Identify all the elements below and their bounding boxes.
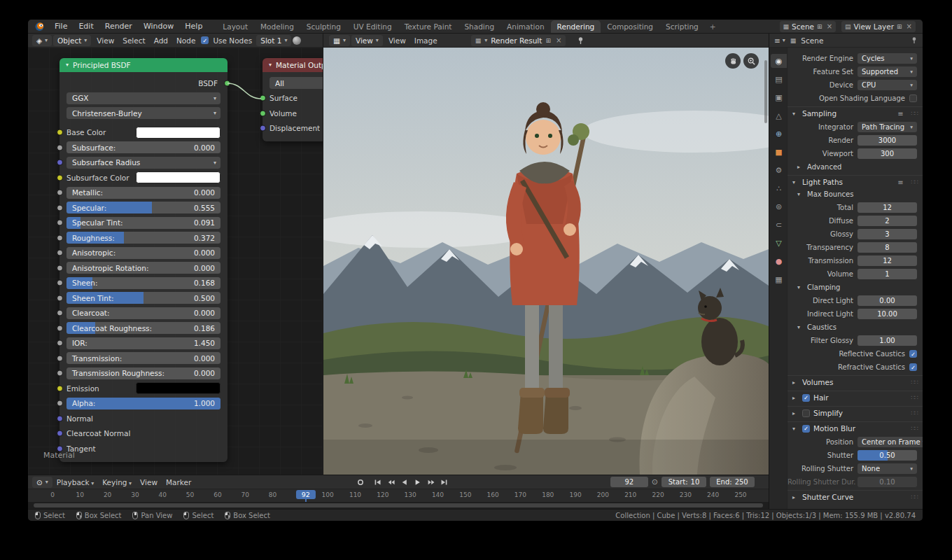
properties-tab-constraints[interactable]: ⊂ [771,218,787,232]
tab-uv-editing[interactable]: UV Editing [347,20,398,33]
input-socket-sheen-tint[interactable] [57,295,63,301]
checkbox-hair[interactable]: ✓ [802,394,810,402]
field-transmission[interactable]: 12 [858,255,917,266]
timeline-ruler[interactable]: 0102030405060708090100110120130140150160… [28,489,769,502]
properties-tab-object-data[interactable]: ▽ [771,236,787,250]
new-scene-icon[interactable]: ⊞ [817,23,822,30]
shader-menu-add[interactable]: Add [150,36,172,45]
browse-image-icon[interactable]: ▦ [475,37,482,44]
input-socket-clearcoat-normal[interactable] [57,430,63,437]
node-slider-sheen[interactable]: Sheen:0.168 [66,277,220,289]
menu-file[interactable]: File [49,20,73,34]
presets-icon[interactable]: ≡ [897,110,903,118]
image-editor-type-button[interactable]: ▦▾ [329,35,350,46]
presets-icon[interactable]: ≡ [897,178,903,186]
next-keyframe-button[interactable] [425,477,437,487]
input-socket-metallic[interactable] [57,190,63,196]
checkbox-refractive-caustics[interactable]: ✓ [909,363,917,371]
end-frame-field[interactable]: End:250 [710,477,755,487]
current-frame-field[interactable]: 92 [610,477,648,487]
field-viewport[interactable]: 300 [858,148,917,159]
input-socket-volume[interactable] [260,110,266,116]
shader-menu-view[interactable]: View [92,36,118,45]
input-socket-roughness[interactable] [57,234,63,241]
color-swatch-emission[interactable] [136,382,220,394]
dropdown-rolling-shutter[interactable]: None▾ [858,463,917,474]
use-nodes-checkbox[interactable]: ✓ [201,36,209,44]
field-rolling-shutter-dur[interactable]: 0.10 [858,477,917,487]
panel-shutter-curve[interactable]: ▸Shutter Curve∷∷ [788,490,923,503]
input-socket-subsurface-color[interactable] [57,174,63,181]
input-socket-normal[interactable] [57,415,63,421]
panel-hair[interactable]: ▸✓Hair∷∷ [788,391,923,404]
tab-rendering[interactable]: Rendering [551,20,601,33]
collapse-icon[interactable]: ▾ [269,58,272,72]
panel-volumes[interactable]: ▸Volumes∷∷ [788,375,923,388]
dropdown-position[interactable]: Center on Frame▾ [858,437,923,447]
tab-layout[interactable]: Layout [216,20,254,33]
node-slider-anisotropic[interactable]: Anisotropic:0.000 [66,247,220,259]
field-filter-glossy[interactable]: 1.00 [858,335,917,346]
input-socket-anisotropic-rotation[interactable] [57,265,63,271]
menu-render[interactable]: Render [99,20,138,34]
input-socket-subsurface[interactable] [57,144,63,150]
panel-sampling[interactable]: ▾Sampling≡∷∷ [788,106,923,120]
input-socket-subsurface-radius[interactable] [57,160,63,166]
material-output-node[interactable]: ▾ Material Output All ▾ SurfaceVolumeDis… [262,58,323,141]
node-slider-specular[interactable]: Specular:0.555 [66,202,220,214]
subpanel-max-bounces[interactable]: ▾Max Bounces [788,188,923,200]
properties-tab-physics[interactable]: ⊚ [771,200,787,214]
subpanel-caustics[interactable]: ▾Caustics [788,321,923,333]
timeline-scrollbar[interactable] [28,502,769,509]
field-direct-light[interactable]: 0.00 [858,295,917,306]
input-socket-base-color[interactable] [57,130,63,136]
properties-tab-particles[interactable]: ∴ [771,181,787,195]
node-slider-transmission[interactable]: Transmission:0.000 [66,352,220,364]
checkbox-simplify[interactable] [802,410,810,417]
input-socket-surface[interactable] [260,95,266,102]
bsdf-output-socket[interactable] [224,80,230,86]
checkbox-reflective-caustics[interactable]: ✓ [909,350,917,358]
field-glossy[interactable]: 3 [858,229,917,239]
pin-icon[interactable] [577,36,584,45]
pin-icon[interactable] [911,36,918,44]
output-target-dropdown[interactable]: All ▾ [270,77,323,89]
dropdown-integrator[interactable]: Path Tracing▾ [858,122,917,132]
panel-simplify[interactable]: ▸Simplify∷∷ [788,406,923,419]
timeline-menu-keying[interactable]: Keying ▾ [98,478,136,486]
color-swatch-subsurface-color[interactable] [136,172,220,183]
node-slider-sheen-tint[interactable]: Sheen Tint:0.500 [66,292,220,304]
collapse-icon[interactable]: ▾ [66,58,69,72]
add-workspace-button[interactable]: + [705,20,721,33]
zoom-button[interactable] [743,53,759,69]
menu-help[interactable]: Help [179,20,208,34]
properties-tab-material[interactable]: ● [771,254,787,268]
input-socket-clearcoat-roughness[interactable] [57,325,63,331]
render-result-view[interactable] [323,48,769,475]
image-menu-image[interactable]: Image [410,36,442,45]
slider-shutter[interactable]: 0.50 [858,450,917,461]
node-slider-alpha[interactable]: Alpha:1.000 [66,398,220,410]
input-socket-clearcoat[interactable] [57,310,63,316]
properties-tab-output[interactable]: ▤ [771,72,787,86]
panel-light-paths[interactable]: ▾Light Paths≡∷∷ [788,175,923,188]
blender-logo-icon[interactable] [34,22,45,31]
play-reverse-button[interactable] [398,477,410,487]
scene-selector[interactable]: ▦ Scene ⊞ × [780,21,836,32]
node-slider-metallic[interactable]: Metallic:0.000 [66,187,220,199]
properties-tab-texture[interactable]: ▦ [771,272,787,286]
tab-modeling[interactable]: Modeling [254,20,300,33]
new-image-icon[interactable]: ⊞ [545,37,551,44]
properties-tab-view-layer[interactable]: ▣ [771,90,787,104]
subpanel-clamping[interactable]: ▾Clamping [788,281,923,293]
new-view-layer-icon[interactable]: ⊞ [897,23,902,30]
image-mode-dropdown[interactable]: View▾ [351,35,383,46]
remove-view-layer-icon[interactable]: × [905,22,912,30]
checkbox-motion-blur[interactable]: ✓ [802,425,810,433]
shader-menu-select[interactable]: Select [118,36,149,45]
tab-sculpting[interactable]: Sculpting [300,20,347,33]
node-slider-specular-tint[interactable]: Specular Tint:0.091 [66,217,220,229]
field-volume[interactable]: 1 [858,269,917,279]
scrollbar-thumb[interactable] [34,503,763,507]
input-socket-emission[interactable] [57,385,63,391]
